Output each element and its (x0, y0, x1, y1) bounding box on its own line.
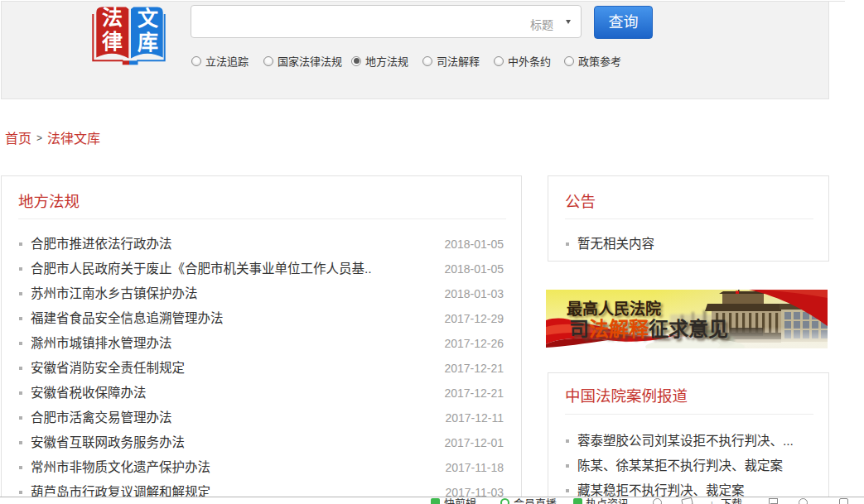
svg-text:最高人民法院: 最高人民法院 (567, 300, 661, 318)
svg-text:文: 文 (138, 7, 159, 30)
svg-text:库: 库 (138, 31, 158, 54)
svg-text:律: 律 (102, 30, 123, 53)
svg-text:司法解释征求意见: 司法解释征求意见 (569, 318, 728, 340)
svg-text:法: 法 (102, 7, 123, 29)
